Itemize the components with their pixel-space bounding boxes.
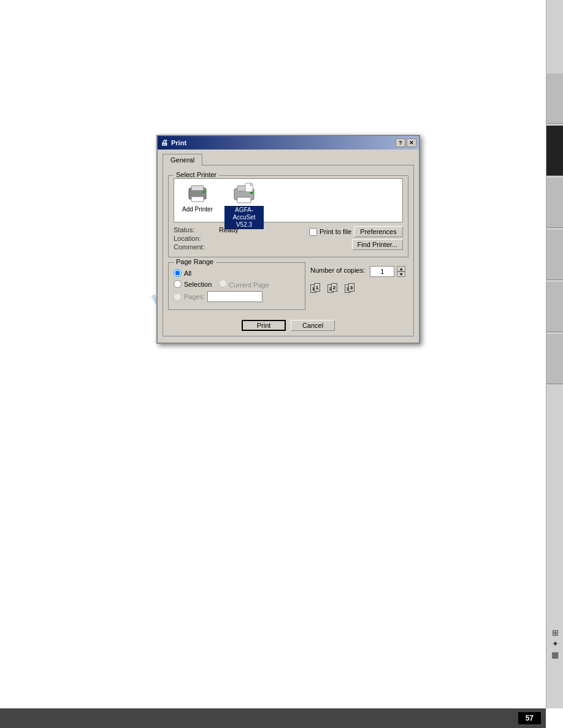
collate-icon-1: 1 1 [310,282,326,294]
print-to-file-label: Print to file [320,228,351,235]
copies-label: Number of copies: [310,267,365,274]
preferences-button[interactable]: Preferences [354,226,403,237]
location-label: Location: [174,235,216,242]
status-label: Status: [174,226,216,233]
comment-row: Comment: [174,243,304,251]
copies-label-row: Number of copies: 1 ▲ ▼ [310,266,408,277]
sidebar-tab-5[interactable] [546,282,563,332]
right-sidebar: ⊞ ✦ ▦ [546,0,563,708]
svg-rect-7 [237,197,251,203]
collate-icon-3: 3 3 [345,282,361,294]
printer-action-buttons: Print to file Preferences Find Printer..… [309,226,403,250]
radio-all-label: All [184,270,191,277]
radio-current-page[interactable] [219,279,227,287]
copies-down-btn[interactable]: ▼ [397,271,405,277]
radio-pages-label: Pages: [184,293,205,300]
comment-label: Comment: [174,243,216,251]
add-printer-item[interactable]: Add Printer [178,183,217,213]
radio-current-page-label: Current Page [229,281,269,289]
page-background [0,0,546,728]
status-value: Ready [219,226,239,233]
add-printer-name: Add Printer [182,206,213,213]
title-buttons: ? ✕ [396,138,416,147]
dialog-footer: Print Cancel [168,315,408,331]
dialog-body: General Select Printer [158,150,419,343]
sidebar-tab-4[interactable] [546,230,563,280]
collate-icons: 1 1 2 2 3 3 [310,282,408,294]
radio-all[interactable] [174,269,182,277]
printer-list[interactable]: Add Printer [174,178,403,222]
agfa-printer-icon [232,183,256,205]
radio-selection[interactable] [174,280,182,288]
pages-input[interactable] [207,291,262,302]
radio-pages[interactable] [174,293,182,301]
lower-section: Page Range All Selection Current Page [168,262,408,315]
close-button[interactable]: ✕ [407,138,416,147]
dialog-tabs: General [163,153,414,165]
radio-selection-row: Selection Current Page [174,279,300,289]
location-row: Location: [174,235,304,242]
radio-selection-label: Selection [184,281,212,288]
sidebar-icons: ⊞ ✦ ▦ [546,628,563,659]
copies-input[interactable]: 1 [370,266,394,277]
help-button[interactable]: ? [396,138,405,147]
sidebar-tab-6[interactable] [546,334,563,384]
grid-icon[interactable]: ⊞ [552,628,559,637]
cancel-button[interactable]: Cancel [291,320,335,331]
copies-up-btn[interactable]: ▲ [397,266,405,271]
print-button[interactable]: Print [242,320,286,331]
agfa-printer-item[interactable]: AGFA-AccuSet V52.3 [224,183,264,229]
status-row: Status: Ready [174,226,304,233]
radio-pages-row: Pages: [174,291,300,302]
sidebar-tab-1[interactable] [546,74,563,124]
menu-icon[interactable]: ▦ [551,650,559,659]
svg-point-3 [202,191,205,193]
page-range-label: Page Range [174,258,216,265]
svg-rect-2 [191,197,204,202]
print-dialog: 🖨 Print ? ✕ General Select Printer [156,135,420,344]
tab-general[interactable]: General [163,154,202,165]
page-number-badge: 57 [518,712,541,724]
collate-icon-2: 2 2 [327,282,343,294]
find-printer-button[interactable]: Find Printer... [352,239,403,250]
select-printer-label: Select Printer [174,171,219,178]
sidebar-tab-2[interactable] [546,126,563,176]
copies-section: Number of copies: 1 ▲ ▼ 1 1 [310,262,408,315]
svg-rect-4 [192,186,203,190]
sidebar-tab-3[interactable] [546,178,563,228]
bottom-bar: 57 [0,708,546,728]
dialog-title: Print [171,139,396,146]
select-printer-group: Select Printer [168,175,408,257]
printer-icon: 🖨 [160,138,169,147]
dialog-titlebar: 🖨 Print ? ✕ [158,136,419,150]
copies-spinner: ▲ ▼ [397,266,405,277]
radio-all-row: All [174,269,300,277]
page-range-group: Page Range All Selection Current Page [168,262,305,310]
print-to-file-checkbox[interactable] [309,228,317,236]
star-icon[interactable]: ✦ [552,639,559,648]
add-printer-icon [185,183,210,205]
dialog-content: Select Printer [163,165,414,336]
